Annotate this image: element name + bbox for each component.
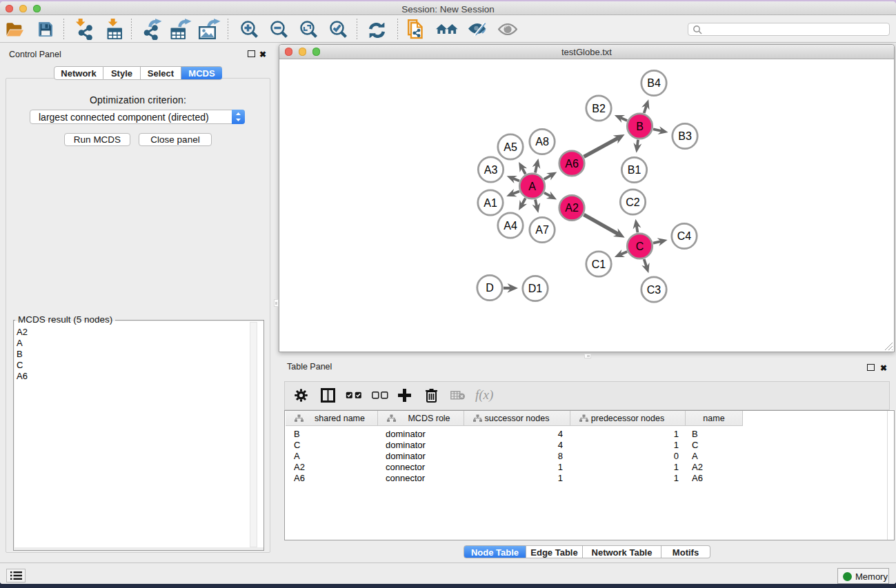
svg-text:A: A bbox=[528, 181, 536, 192]
svg-text:C1: C1 bbox=[592, 258, 606, 270]
svg-text:B: B bbox=[636, 121, 644, 132]
svg-text:A6: A6 bbox=[565, 158, 579, 170]
svg-text:A8: A8 bbox=[535, 136, 549, 148]
svg-text:C4: C4 bbox=[677, 230, 692, 242]
svg-text:A4: A4 bbox=[504, 220, 517, 232]
svg-text:C: C bbox=[636, 241, 644, 252]
svg-text:A1: A1 bbox=[484, 197, 497, 209]
svg-text:B2: B2 bbox=[592, 103, 606, 114]
svg-text:A7: A7 bbox=[535, 224, 549, 236]
svg-text:B3: B3 bbox=[678, 130, 692, 142]
svg-text:D1: D1 bbox=[528, 283, 543, 294]
svg-text:B1: B1 bbox=[628, 164, 641, 176]
svg-text:A3: A3 bbox=[484, 164, 498, 176]
svg-text:C3: C3 bbox=[647, 284, 661, 296]
svg-text:A2: A2 bbox=[565, 202, 579, 214]
svg-text:B4: B4 bbox=[647, 77, 661, 89]
svg-text:C2: C2 bbox=[626, 196, 640, 208]
svg-text:A5: A5 bbox=[504, 141, 517, 153]
svg-text:D: D bbox=[486, 282, 494, 294]
